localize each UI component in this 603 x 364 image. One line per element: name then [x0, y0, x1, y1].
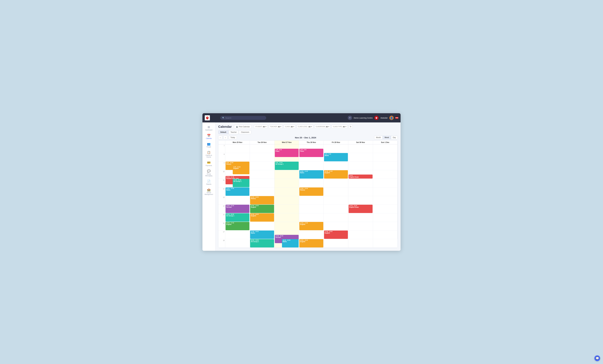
calendar-grid-wrapper: Mon 25 NovTue 26 NovWed 27 NovThu 28 Nov…	[215, 140, 401, 251]
sidebar-item-classes[interactable]: 📋 Classes & Events	[203, 149, 214, 159]
sidebar-item-payments[interactable]: 💳 Payments	[203, 160, 214, 168]
day-cell-thu-12: 12:00 - 13:00History	[299, 187, 324, 196]
search-bar[interactable]: 🔍	[220, 116, 266, 120]
sidebar-item-group-messaging[interactable]: 💬 Group Messaging	[203, 168, 214, 178]
teacher-filter-label: TEACHER:	[270, 126, 277, 127]
event-time: 10:00 - 11:00	[325, 171, 347, 172]
event-e6[interactable]: 9:00 - 10:00Art Group 1	[275, 162, 299, 170]
sidebar-item-label: Dashboard	[205, 129, 212, 131]
classroom-filter-value: All	[326, 126, 328, 128]
event-e15[interactable]: 14:00 - 15:00German	[226, 205, 249, 213]
month-button[interactable]: Month	[374, 136, 383, 139]
chat-bubble[interactable]: 💬	[594, 355, 600, 361]
teacher-filter[interactable]: TEACHER: All ▾	[269, 125, 283, 129]
student-filter[interactable]: STUDENT: All ▾	[254, 125, 268, 129]
print-calendar-button[interactable]: 🖨️ Print Calendar	[234, 125, 252, 129]
time-header	[218, 140, 225, 144]
day-cell-wed-9: 9:00 - 10:00Art Group 1	[275, 162, 299, 170]
week-button[interactable]: Week	[383, 136, 391, 139]
event-e12[interactable]: 12:00 - 13:00Maths	[226, 187, 249, 196]
classroom-filter[interactable]: CLASSROOM: All ▾	[314, 125, 331, 129]
day-cell-wed-12	[275, 187, 299, 196]
event-time: 13:00 - 14:00	[251, 196, 273, 198]
event-e21[interactable]: 16:00 - 17:00English	[299, 222, 323, 230]
main-content: Calendar 🖨️ Print Calendar STUDENT: All …	[215, 122, 401, 251]
day-cell-fri-7	[324, 144, 348, 153]
class-type-filter-label: CLASS TYPE:	[333, 126, 342, 127]
sidebar-item-calendar[interactable]: 📅 Calendar	[203, 133, 214, 140]
sidebar-item-label: Group Messaging	[204, 173, 214, 177]
sidebar-item-dashboard[interactable]: ⊞ Dashboard	[203, 124, 214, 132]
chevron-down-icon: ▾	[311, 126, 312, 128]
class-type-filter[interactable]: CLASS TYPE: All ▾	[332, 125, 348, 129]
event-e2[interactable]: 7:30 - 8:30Piano	[299, 149, 323, 157]
day-cell-mon-18	[225, 239, 250, 248]
day-cell-wed-16	[275, 222, 299, 230]
next-button[interactable]: ›	[223, 136, 227, 139]
sidebar-item-label: People	[207, 146, 211, 148]
day-cell-sun-10	[373, 170, 397, 179]
event-time: 16:00 - 17:00	[226, 222, 249, 224]
sidebar-item-reports[interactable]: 📄 Reports	[203, 178, 214, 186]
event-e16[interactable]: 14:00 - 15:00English	[250, 205, 274, 213]
event-e23[interactable]: 17:00 - 18:00English	[324, 230, 348, 239]
day-cell-sun-16	[373, 222, 397, 230]
day-cell-wed-13	[275, 196, 299, 205]
class-type-filter-value: All	[343, 126, 345, 128]
tab-classroom[interactable]: Classroom	[239, 130, 251, 134]
event-e20[interactable]: 16:00 - 17:00English	[226, 222, 249, 230]
day-cell-thu-17	[299, 230, 324, 239]
refresh-button[interactable]: ↻	[349, 125, 353, 129]
event-e1[interactable]: 7:30 - 8:30Piano	[275, 149, 299, 157]
sidebar-item-label: School Management	[204, 192, 214, 195]
calendar-nav-row: ‹ › Today Nov 25 – Dec 1, 2024 Month Wee…	[215, 136, 401, 139]
event-e14[interactable]: 13:00 - 14:00History	[250, 196, 274, 205]
time-cell-7: 7	[218, 144, 225, 153]
event-time: 17:00 - 18:00	[325, 231, 347, 232]
sidebar-item-people[interactable]: 👥 People	[203, 141, 214, 149]
class-level-filter[interactable]: CLASS LEVEL: All ▾	[297, 125, 313, 129]
event-name: English	[251, 215, 273, 216]
event-e3[interactable]: 8:00 - 9:00Maths	[324, 153, 348, 161]
event-e27[interactable]: 18:00 - 19:00English	[299, 239, 323, 248]
day-cell-sat-13	[348, 196, 373, 205]
tab-default[interactable]: Default	[218, 130, 228, 134]
chevron-down-icon: ▾	[346, 126, 346, 128]
sidebar-item-label: Reports	[206, 183, 211, 185]
event-name: Art Group 1	[226, 215, 249, 216]
add-button[interactable]: +	[348, 116, 352, 120]
page-title: Calendar	[218, 125, 232, 129]
event-e19[interactable]: 15:00 - 16:00English	[250, 213, 274, 222]
event-e5[interactable]: 9:30 - 10:30English	[233, 166, 249, 174]
event-e7[interactable]: 10:00 - 11:00Maths	[299, 170, 323, 179]
day-cell-sun-9	[373, 162, 397, 170]
event-e11[interactable]: 11:00 - 12:00Art Group 1	[233, 179, 249, 187]
prev-button[interactable]: ‹	[218, 136, 222, 139]
event-e18[interactable]: 15:00 - 16:00Art Group 1	[226, 213, 249, 222]
class-filter-value: All	[291, 126, 293, 128]
user-avatar[interactable]: 👤	[389, 116, 394, 120]
event-e26[interactable]: 18:00 - 19:00Maths	[282, 239, 299, 248]
day-button[interactable]: Day	[391, 136, 398, 139]
tab-teacher[interactable]: Teacher	[228, 130, 239, 134]
event-e13[interactable]: 12:00 - 13:00History	[299, 187, 323, 196]
sidebar-item-school-management[interactable]: 🏫 School Management	[203, 187, 214, 196]
sidebar-item-label: Payments	[206, 165, 212, 167]
app-logo[interactable]	[205, 115, 210, 120]
search-input[interactable]	[225, 117, 264, 119]
time-cell-10: 10	[218, 170, 225, 179]
org-shield	[374, 116, 379, 120]
day-cell-fri-10: 10:00 - 11:00English	[324, 170, 348, 179]
event-e17[interactable]: 14:00 - 15:00English Exam	[348, 205, 372, 213]
col-header-sat: Sat 30 Nov	[348, 140, 373, 144]
event-time: 8:00 - 9:00	[325, 153, 347, 155]
event-e22[interactable]: 17:00 - 18:00Maths	[250, 230, 274, 239]
day-cell-thu-10: 10:00 - 11:00Maths	[299, 170, 324, 179]
day-cell-thu-11	[299, 179, 324, 187]
day-cell-fri-9	[324, 162, 348, 170]
event-e9[interactable]: 10:30English Exam	[348, 174, 372, 179]
event-e8[interactable]: 10:00 - 11:00English	[324, 170, 348, 179]
today-button[interactable]: Today	[229, 136, 237, 139]
event-e24[interactable]: 18:00 - 19:00Art Group 1	[250, 239, 274, 248]
class-filter[interactable]: CLASS: All ▾	[284, 125, 295, 129]
